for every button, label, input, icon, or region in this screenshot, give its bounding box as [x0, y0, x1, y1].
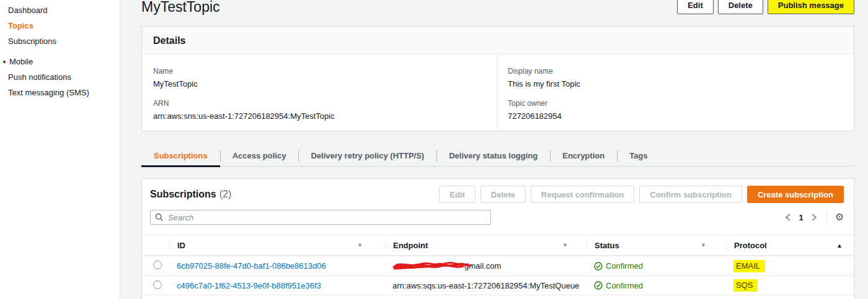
- search-box: [150, 210, 491, 225]
- protocol-column-header[interactable]: Protocol ▲: [726, 239, 854, 251]
- details-body: Name MyTestTopic ARN arn:aws:sns:us-east…: [142, 54, 854, 131]
- subscription-id-link[interactable]: 6cb97025-88fe-47d0-baf1-086be8613d06: [177, 261, 326, 271]
- arn-value: arn:aws:sns:us-east-1:727206182954:MyTes…: [153, 111, 497, 121]
- endpoint-column-header[interactable]: Endpoint ▼: [385, 239, 587, 251]
- protocol-column-label: Protocol: [734, 241, 767, 250]
- request-confirmation-button[interactable]: Request confirmation: [531, 186, 635, 203]
- endpoint-column-label: Endpoint: [393, 241, 428, 250]
- status-column-label: Status: [595, 241, 619, 250]
- endpoint-cell: gmail.com: [385, 261, 587, 271]
- edit-subscription-button[interactable]: Edit: [439, 186, 476, 203]
- subscriptions-count: (2): [219, 189, 232, 200]
- tab-delivery-status-logging[interactable]: Delivery status logging: [436, 146, 550, 166]
- row-radio-button[interactable]: [153, 280, 162, 289]
- sidebar-item-text-messaging-sms[interactable]: Text messaging (SMS): [0, 85, 120, 100]
- table-header-row: ID ▼ Endpoint ▼ Status ▼ Protocol ▲: [142, 235, 854, 256]
- filter-down-icon[interactable]: ▼: [562, 242, 568, 248]
- topic-owner-value: 727206182954: [508, 111, 854, 121]
- endpoint-cell: arn:aws:sqs:us-east-1:727206182954:MyTes…: [385, 281, 587, 290]
- subscription-id-link[interactable]: c496c7a0-1f62-4513-9e0f-b88f951e36f3: [177, 281, 321, 290]
- chevron-right-icon: [811, 213, 817, 222]
- protocol-value-highlighted: EMAIL: [733, 260, 765, 272]
- display-name-value: This is my first Topic: [508, 79, 854, 89]
- tab-delivery-retry-policy[interactable]: Delivery retry policy (HTTP/S): [298, 146, 436, 166]
- topic-tabs: Subscriptions Access policy Delivery ret…: [141, 146, 854, 167]
- sidebar: Dashboard Topics Subscriptions ▼Mobile P…: [0, 0, 120, 299]
- arn-field: ARN arn:aws:sns:us-east-1:727206182954:M…: [153, 99, 497, 121]
- protocol-value-highlighted: SQS: [733, 279, 758, 292]
- topic-owner-field: Topic owner 727206182954: [508, 99, 854, 121]
- sort-ascending-icon[interactable]: ▲: [836, 242, 843, 249]
- tab-subscriptions[interactable]: Subscriptions: [141, 146, 220, 166]
- tab-access-policy[interactable]: Access policy: [220, 146, 299, 166]
- edit-topic-button[interactable]: Edit: [677, 0, 714, 14]
- select-cell: [142, 280, 169, 291]
- details-left-column: Name MyTestTopic ARN arn:aws:sns:us-east…: [142, 54, 497, 131]
- main-content: MyTestTopic Edit Delete Publish message …: [120, 0, 868, 299]
- sidebar-item-push-notifications[interactable]: Push notifications: [0, 69, 120, 85]
- subscriptions-title: Subscriptions: [150, 189, 216, 200]
- filter-down-icon[interactable]: ▼: [357, 242, 363, 248]
- tab-encryption[interactable]: Encryption: [550, 146, 617, 166]
- subscriptions-header: Subscriptions (2) Edit Delete Request co…: [142, 179, 854, 209]
- id-column-header[interactable]: ID ▼: [169, 239, 385, 251]
- toolbar-divider: [826, 211, 827, 223]
- id-cell: c496c7a0-1f62-4513-9e0f-b88f951e36f3: [169, 281, 385, 290]
- status-value: Confirmed: [606, 281, 643, 290]
- protocol-cell: SQS: [726, 279, 854, 292]
- red-redaction-scribble: [392, 261, 472, 271]
- name-label: Name: [153, 67, 497, 76]
- create-subscription-button[interactable]: Create subscription: [747, 186, 844, 203]
- chevron-down-icon: ▼: [2, 59, 7, 65]
- endpoint-value: arn:aws:sqs:us-east-1:727206182954:MyTes…: [392, 281, 579, 290]
- subscriptions-actions: Edit Delete Request confirmation Confirm…: [439, 186, 844, 203]
- status-column-header[interactable]: Status ▼: [587, 239, 726, 251]
- topic-actions: Edit Delete Publish message: [677, 0, 854, 14]
- delete-topic-button[interactable]: Delete: [718, 0, 763, 14]
- select-cell: [142, 261, 169, 271]
- details-right-column: Display name This is my first Topic Topi…: [497, 54, 854, 131]
- tab-tags[interactable]: Tags: [617, 146, 660, 166]
- name-value: MyTestTopic: [153, 79, 497, 89]
- protocol-cell: EMAIL: [726, 260, 854, 272]
- subscriptions-card: Subscriptions (2) Edit Delete Request co…: [141, 178, 854, 299]
- display-name-field: Display name This is my first Topic: [508, 67, 854, 89]
- table-row: c496c7a0-1f62-4513-9e0f-b88f951e36f3 arn…: [142, 275, 854, 295]
- delete-subscription-button[interactable]: Delete: [480, 186, 526, 203]
- search-input[interactable]: [150, 210, 491, 225]
- details-card-title: Details: [142, 27, 854, 54]
- confirmed-check-icon: [594, 281, 603, 290]
- sidebar-item-topics[interactable]: Topics: [0, 18, 120, 33]
- status-cell: Confirmed: [587, 261, 726, 271]
- filter-down-icon[interactable]: ▼: [701, 242, 706, 248]
- table-row: 6cb97025-88fe-47d0-baf1-086be8613d06 gma…: [142, 256, 854, 275]
- details-card: Details Name MyTestTopic ARN arn:aws:sns…: [141, 26, 854, 131]
- status-cell: Confirmed: [587, 281, 726, 290]
- status-value: Confirmed: [606, 261, 643, 271]
- chevron-left-icon: [785, 213, 791, 222]
- search-icon: [155, 213, 164, 223]
- sidebar-section-mobile-label: Mobile: [9, 57, 33, 66]
- subscriptions-table: ID ▼ Endpoint ▼ Status ▼ Protocol ▲: [142, 235, 854, 295]
- sidebar-section-mobile[interactable]: ▼Mobile: [0, 54, 120, 69]
- pagination: 1 ⚙: [784, 211, 844, 223]
- page-title: MyTestTopic: [141, 0, 220, 15]
- sns-topic-page: { "sidebar": { "items": [ { "label": "Da…: [0, 0, 868, 299]
- topic-owner-label: Topic owner: [508, 99, 854, 108]
- arn-label: ARN: [153, 99, 497, 108]
- display-name-label: Display name: [508, 67, 854, 76]
- confirmed-check-icon: [594, 262, 603, 271]
- next-page-button[interactable]: [810, 212, 818, 223]
- previous-page-button[interactable]: [784, 212, 792, 223]
- confirm-subscription-button[interactable]: Confirm subscription: [639, 186, 742, 203]
- subscriptions-toolbar: 1 ⚙: [142, 209, 854, 225]
- id-cell: 6cb97025-88fe-47d0-baf1-086be8613d06: [169, 261, 385, 271]
- row-radio-button[interactable]: [153, 261, 162, 269]
- sidebar-item-subscriptions[interactable]: Subscriptions: [0, 33, 120, 49]
- settings-gear-icon[interactable]: ⚙: [835, 212, 844, 222]
- sidebar-item-dashboard[interactable]: Dashboard: [0, 2, 120, 18]
- id-column-label: ID: [177, 241, 185, 250]
- page-number[interactable]: 1: [799, 213, 803, 222]
- publish-message-button[interactable]: Publish message: [768, 0, 854, 14]
- name-field: Name MyTestTopic: [153, 67, 497, 89]
